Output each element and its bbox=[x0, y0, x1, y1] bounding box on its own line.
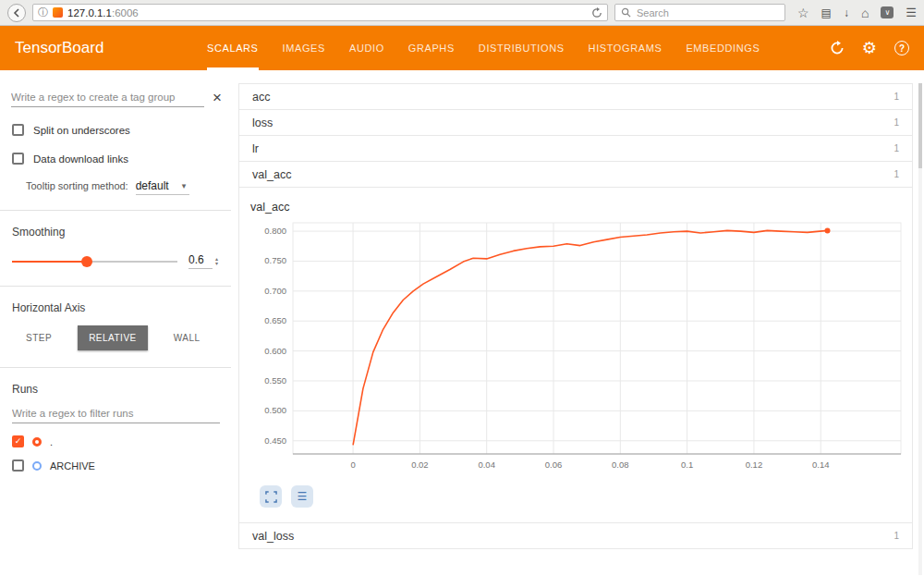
tag-group-regex-input[interactable] bbox=[11, 89, 204, 107]
run-checkbox[interactable]: ✓ bbox=[12, 435, 24, 447]
horizontal-axis-label: Horizontal Axis bbox=[12, 301, 220, 314]
back-arrow-icon bbox=[12, 8, 21, 18]
browser-search-bar[interactable] bbox=[614, 4, 785, 21]
run-color-icon[interactable] bbox=[32, 461, 42, 471]
tooltip-sorting-label: Tooltip sorting method: bbox=[26, 180, 128, 191]
run-checkbox[interactable] bbox=[12, 459, 24, 472]
split-underscores-option[interactable]: Split on underscores bbox=[12, 124, 231, 136]
smoothing-slider-thumb[interactable] bbox=[81, 256, 92, 267]
category-count: 1 bbox=[894, 92, 899, 102]
tab-graphs[interactable]: GRAPHS bbox=[408, 26, 455, 70]
url-bar[interactable]: ⓘ 127.0.1.1:6006 bbox=[32, 4, 608, 21]
runs-regex-input[interactable] bbox=[12, 405, 220, 423]
data-download-label: Data download links bbox=[33, 153, 128, 165]
url-text[interactable]: 127.0.1.1:6006 bbox=[67, 7, 139, 18]
smoothing-value-input[interactable] bbox=[188, 253, 213, 269]
scrollbar-thumb[interactable] bbox=[918, 83, 922, 168]
chart-card: val_acc 0.4500.5000.5500.6000.6500.7000.… bbox=[245, 201, 908, 508]
svg-text:0.750: 0.750 bbox=[264, 255, 286, 265]
bookmarks-menu-icon[interactable]: ▤ bbox=[821, 7, 832, 18]
category-val-acc[interactable]: val_acc 1 bbox=[239, 162, 912, 188]
category-lr[interactable]: lr 1 bbox=[239, 136, 912, 162]
category-acc[interactable]: acc 1 bbox=[239, 84, 912, 110]
category-count: 1 bbox=[894, 143, 899, 153]
axis-relative-button[interactable]: RELATIVE bbox=[78, 325, 148, 350]
divider bbox=[0, 210, 231, 211]
tab-bar: SCALARS IMAGES AUDIO GRAPHS DISTRIBUTION… bbox=[207, 26, 760, 70]
svg-text:0.06: 0.06 bbox=[545, 459, 563, 470]
chevron-down-icon: ▾ bbox=[182, 181, 187, 190]
tab-distributions[interactable]: DISTRIBUTIONS bbox=[479, 26, 565, 70]
split-underscores-checkbox[interactable] bbox=[12, 124, 24, 136]
tab-histograms[interactable]: HISTOGRAMS bbox=[589, 26, 663, 70]
divider bbox=[0, 286, 231, 287]
run-item[interactable]: ARCHIVE bbox=[12, 459, 231, 472]
svg-text:0.550: 0.550 bbox=[264, 375, 286, 386]
data-download-checkbox[interactable] bbox=[12, 153, 24, 165]
bookmark-star-icon[interactable]: ☆ bbox=[797, 6, 809, 19]
category-loss[interactable]: loss 1 bbox=[239, 110, 912, 136]
svg-text:0.02: 0.02 bbox=[411, 459, 429, 470]
tab-embeddings[interactable]: EMBEDDINGS bbox=[686, 26, 760, 70]
refresh-icon[interactable] bbox=[830, 41, 845, 55]
run-item[interactable]: ✓ . bbox=[12, 435, 231, 447]
split-underscores-label: Split on underscores bbox=[33, 125, 130, 136]
downloads-icon[interactable]: ↓ bbox=[844, 7, 849, 18]
svg-text:0.12: 0.12 bbox=[746, 459, 763, 470]
category-label: val_loss bbox=[252, 530, 894, 543]
chart-menu-button[interactable]: ☰ bbox=[291, 485, 313, 508]
scrollbar[interactable] bbox=[918, 83, 922, 575]
home-icon[interactable]: ⌂ bbox=[861, 6, 869, 19]
run-color-icon[interactable] bbox=[32, 437, 42, 447]
spinner-down-icon[interactable]: ▾ bbox=[215, 262, 218, 266]
browser-search-input[interactable] bbox=[637, 7, 757, 18]
data-download-option[interactable]: Data download links bbox=[12, 153, 231, 165]
category-count: 1 bbox=[894, 169, 899, 179]
reload-button[interactable] bbox=[591, 7, 602, 18]
category-label: loss bbox=[252, 116, 894, 129]
url-port: :6006 bbox=[112, 7, 139, 18]
scalars-dashboard: acc 1 loss 1 lr 1 val_acc 1 val_acc 0.45… bbox=[231, 70, 924, 588]
category-val-loss[interactable]: val_loss 1 bbox=[239, 523, 912, 549]
chart-menu-icon: ☰ bbox=[298, 490, 308, 503]
svg-text:0.450: 0.450 bbox=[264, 435, 286, 446]
axis-step-button[interactable]: STEP bbox=[15, 325, 63, 350]
header-actions: ⚙ ? bbox=[830, 40, 909, 56]
run-name: ARCHIVE bbox=[50, 460, 95, 472]
number-spinner[interactable]: ▴ ▾ bbox=[215, 257, 218, 266]
back-button[interactable] bbox=[7, 4, 26, 22]
chart-title: val_acc bbox=[250, 201, 908, 214]
tab-scalars[interactable]: SCALARS bbox=[207, 26, 259, 70]
svg-text:0.650: 0.650 bbox=[264, 315, 286, 325]
check-icon: ✓ bbox=[15, 437, 22, 446]
axis-wall-button[interactable]: WALL bbox=[163, 325, 212, 350]
tab-images[interactable]: IMAGES bbox=[283, 26, 325, 70]
tooltip-sorting-dropdown[interactable]: default ▾ bbox=[136, 179, 190, 195]
smoothing-label: Smoothing bbox=[12, 226, 220, 239]
val-acc-line-chart[interactable]: 0.4500.5000.5500.6000.6500.7000.7500.800… bbox=[245, 217, 906, 476]
help-icon[interactable]: ? bbox=[894, 41, 909, 55]
svg-text:0.500: 0.500 bbox=[264, 405, 286, 415]
browser-action-icons: ☆ ▤ ↓ ⌂ ∨ ☰ bbox=[797, 6, 917, 19]
expand-chart-button[interactable] bbox=[260, 485, 282, 508]
page-info-icon[interactable]: ⓘ bbox=[38, 7, 48, 18]
svg-text:0: 0 bbox=[350, 459, 355, 470]
reload-icon bbox=[591, 7, 602, 18]
smoothing-slider[interactable] bbox=[12, 255, 177, 267]
slider-fill bbox=[12, 261, 87, 263]
pocket-icon[interactable]: ∨ bbox=[881, 6, 894, 18]
settings-sidebar: × Split on underscores Data download lin… bbox=[0, 70, 231, 588]
svg-text:0.1: 0.1 bbox=[681, 459, 693, 470]
tab-audio[interactable]: AUDIO bbox=[349, 26, 384, 70]
category-label: val_acc bbox=[252, 168, 894, 181]
search-icon bbox=[621, 7, 631, 18]
svg-text:0.08: 0.08 bbox=[612, 459, 629, 470]
divider bbox=[0, 367, 231, 368]
settings-gear-icon[interactable]: ⚙ bbox=[862, 40, 877, 56]
hamburger-menu-icon[interactable]: ☰ bbox=[906, 6, 917, 18]
expand-icon bbox=[265, 491, 277, 503]
app-title: TensorBoard bbox=[15, 39, 207, 57]
category-count: 1 bbox=[894, 531, 899, 541]
close-icon[interactable]: × bbox=[213, 90, 222, 107]
category-count: 1 bbox=[894, 117, 899, 128]
